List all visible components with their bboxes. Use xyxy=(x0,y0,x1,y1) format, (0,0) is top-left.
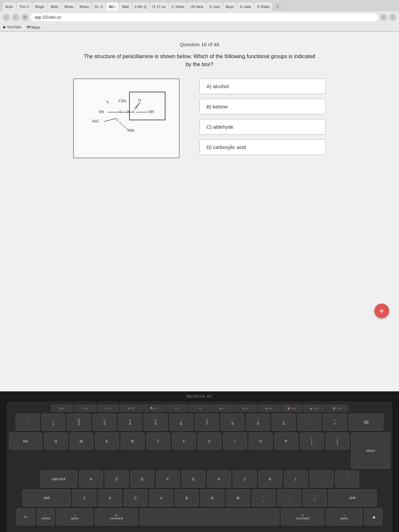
key-r[interactable]: R xyxy=(121,433,145,450)
key-d[interactable]: D xyxy=(130,470,154,488)
key-f9[interactable]: ⏭ F9 xyxy=(258,405,280,412)
tab-begin[interactable]: Begin xyxy=(33,2,47,11)
key-t[interactable]: T xyxy=(146,433,170,450)
key-capslock[interactable]: caps lock xyxy=(40,470,77,488)
key-f7[interactable]: ⏮ F7 xyxy=(212,405,234,412)
key-8[interactable]: *8 xyxy=(220,414,244,431)
key-n[interactable]: N xyxy=(200,489,224,507)
plus-button[interactable]: + xyxy=(374,304,389,318)
tab-solve[interactable]: C Solve xyxy=(169,2,187,11)
tab-aktiv[interactable]: Aktiv xyxy=(48,2,61,11)
address-input[interactable]: app.101edu.co xyxy=(31,13,378,21)
key-f1[interactable]: ☀ F1 xyxy=(74,405,96,412)
key-w[interactable]: W xyxy=(69,433,93,450)
key-enter[interactable]: return xyxy=(351,433,390,469)
key-y[interactable]: Y xyxy=(172,433,196,450)
key-comma[interactable]: <, xyxy=(252,489,276,507)
key-f6[interactable]: F6 xyxy=(189,405,211,412)
key-f8[interactable]: ⏯ F8 xyxy=(235,405,257,412)
tab-ratta2[interactable]: K Ratta xyxy=(254,2,272,11)
tab-drs[interactable]: Dr. S xyxy=(92,2,105,11)
tab-ak[interactable]: Ak ✕ xyxy=(106,2,119,11)
bookmark-maps[interactable]: 🗺 Maps xyxy=(27,25,40,29)
key-command-right[interactable]: ⌘ command xyxy=(281,508,324,526)
key-6[interactable]: ^6 xyxy=(169,414,193,431)
key-g[interactable]: G xyxy=(182,470,205,488)
key-0[interactable]: )0 xyxy=(272,414,296,431)
key-f12[interactable]: 🔊 F12 xyxy=(327,405,348,412)
tab-modu1[interactable]: Modu xyxy=(62,2,76,11)
key-f11[interactable]: 🔉 F11 xyxy=(304,405,326,412)
key-2[interactable]: @2 xyxy=(67,414,91,431)
tab-mail[interactable]: Mail xyxy=(119,2,131,11)
key-shift-right[interactable]: shift xyxy=(329,489,377,507)
key-space[interactable] xyxy=(140,508,279,526)
key-slash[interactable]: ?/ xyxy=(303,489,327,507)
key-command-left[interactable]: ⌘ command xyxy=(95,508,138,526)
key-x[interactable]: X xyxy=(98,489,122,507)
key-shift-left[interactable]: shift xyxy=(23,489,71,507)
key-equals[interactable]: += xyxy=(323,414,347,431)
key-o[interactable]: O xyxy=(249,433,273,450)
key-esc[interactable]: esc xyxy=(51,405,73,412)
tab-17ou[interactable]: G 17 ou xyxy=(150,2,168,11)
key-9[interactable]: (9 xyxy=(246,414,270,431)
key-3[interactable]: #3 xyxy=(92,414,116,431)
key-f4[interactable]: 🔍 F4 xyxy=(143,405,165,412)
key-f[interactable]: F xyxy=(156,470,180,488)
key-a[interactable]: A xyxy=(79,470,103,488)
key-l[interactable]: L xyxy=(284,470,308,488)
key-bracket-close[interactable]: }] xyxy=(326,433,349,450)
tab-activ[interactable]: Activ xyxy=(3,2,16,11)
tab-myq[interactable]: b My Q xyxy=(132,2,149,11)
key-m[interactable]: M xyxy=(226,489,250,507)
tab-theu[interactable]: The U xyxy=(17,2,32,11)
key-minus[interactable]: _- xyxy=(297,414,321,431)
key-s[interactable]: S xyxy=(105,470,129,488)
back-button[interactable]: ‹ xyxy=(3,14,10,21)
key-h[interactable]: H xyxy=(207,470,231,488)
answer-option-d[interactable]: D) carboxylic acid xyxy=(200,139,326,155)
key-option-left[interactable]: ⌥ option xyxy=(57,508,93,526)
key-z[interactable]: Z xyxy=(72,489,96,507)
answer-option-a[interactable]: A) alcohol xyxy=(200,78,326,94)
key-q[interactable]: Q xyxy=(44,433,68,450)
key-backspace[interactable]: ⌫ xyxy=(348,414,383,431)
key-j[interactable]: J xyxy=(233,470,257,488)
key-f10[interactable]: 🔇 F10 xyxy=(281,405,303,412)
key-1[interactable]: !1 xyxy=(41,414,65,431)
key-7[interactable]: &7 xyxy=(195,414,219,431)
answer-option-c[interactable]: C) aldehyde xyxy=(200,119,326,135)
key-b[interactable]: B xyxy=(175,489,199,507)
bookmark-star[interactable]: ☆ xyxy=(380,14,387,21)
key-f2[interactable]: ☀ F2 xyxy=(97,405,119,412)
key-f5[interactable]: F5 xyxy=(166,405,188,412)
tab-new[interactable]: U0 New xyxy=(188,2,206,11)
answer-option-b[interactable]: B) ketone xyxy=(200,99,326,114)
forward-button[interactable]: › xyxy=(12,14,19,21)
new-tab-button[interactable]: + xyxy=(274,3,281,10)
key-semicolon[interactable]: :; xyxy=(310,470,333,488)
key-4[interactable]: $4 xyxy=(118,414,142,431)
key-c[interactable]: C xyxy=(124,489,148,507)
key-k[interactable]: K xyxy=(258,470,282,488)
bookmark-youtube[interactable]: ▶ YouTube xyxy=(3,25,21,29)
key-tab[interactable]: tab xyxy=(9,433,42,450)
refresh-button[interactable]: ↻ xyxy=(21,14,29,21)
key-bracket-open[interactable]: {[ xyxy=(300,433,324,450)
key-period[interactable]: >. xyxy=(277,489,301,507)
key-p[interactable]: P xyxy=(274,433,298,450)
key-i[interactable]: I xyxy=(223,433,247,450)
more-options[interactable]: ⋮ xyxy=(389,14,396,21)
key-control[interactable]: ⌃ control xyxy=(37,508,55,526)
key-quote[interactable]: "' xyxy=(335,470,359,488)
tab-ratta1[interactable]: G ratta xyxy=(237,2,254,11)
key-v[interactable]: V xyxy=(149,489,173,507)
key-option-right[interactable]: ⌥ option xyxy=(326,508,362,526)
key-e[interactable]: E xyxy=(95,433,119,450)
tab-tset[interactable]: S 1set xyxy=(207,2,222,11)
key-backtick[interactable]: ~` xyxy=(16,414,40,431)
key-arrow-left[interactable]: ◀ xyxy=(364,508,382,526)
key-f3[interactable]: ⊞ F3 xyxy=(120,405,142,412)
tab-modu2[interactable]: Modu xyxy=(77,2,91,11)
